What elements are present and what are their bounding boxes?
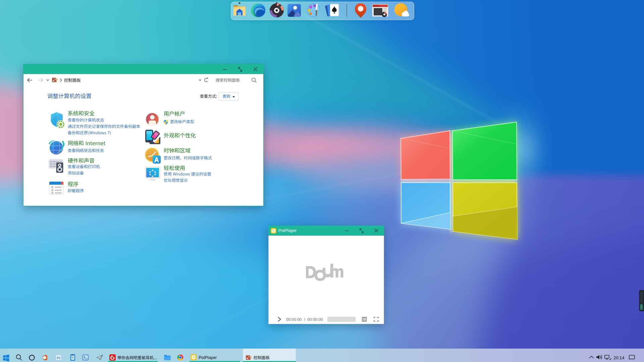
svg-text:Ps: Ps bbox=[57, 356, 60, 360]
